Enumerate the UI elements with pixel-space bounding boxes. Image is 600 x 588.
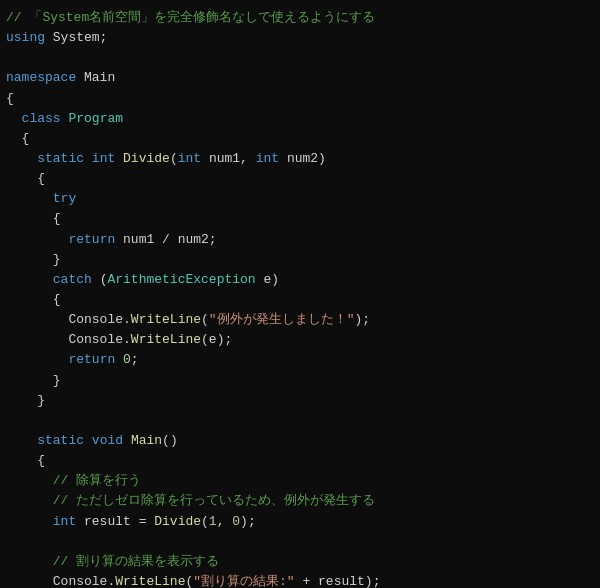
code-line [6,48,594,68]
code-line: try [6,189,594,209]
code-line: using System; [6,28,594,48]
code-line: } [6,250,594,270]
code-line: namespace Main [6,68,594,88]
code-line: // ただしゼロ除算を行っているため、例外が発生する [6,491,594,511]
code-line: catch (ArithmeticException e) [6,270,594,290]
code-line [6,411,594,431]
code-line [6,532,594,552]
code-line: // 除算を行う [6,471,594,491]
code-editor: // 「System名前空間」を完全修飾名なしで使えるようにするusing Sy… [0,0,600,588]
code-line: } [6,371,594,391]
code-line: static int Divide(int num1, int num2) [6,149,594,169]
code-line: { [6,290,594,310]
code-line: // 割り算の結果を表示する [6,552,594,572]
code-line: { [6,169,594,189]
code-line: Console.WriteLine("割り算の結果:" + result); [6,572,594,588]
code-line: Console.WriteLine("例外が発生しました！"); [6,310,594,330]
code-line: int result = Divide(1, 0); [6,512,594,532]
code-line: { [6,89,594,109]
code-line: return num1 / num2; [6,230,594,250]
code-line: return 0; [6,350,594,370]
code-line: } [6,391,594,411]
code-line: { [6,209,594,229]
code-line: { [6,451,594,471]
code-line: // 「System名前空間」を完全修飾名なしで使えるようにする [6,8,594,28]
code-line: static void Main() [6,431,594,451]
code-line: Console.WriteLine(e); [6,330,594,350]
code-line: { [6,129,594,149]
code-line: class Program [6,109,594,129]
